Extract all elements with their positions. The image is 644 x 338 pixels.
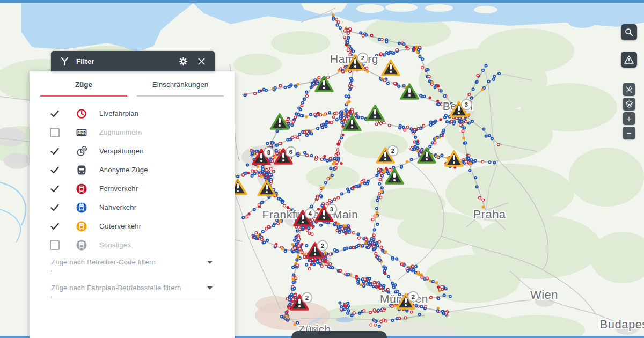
train-marker[interactable] — [308, 232, 311, 235]
train-marker[interactable] — [287, 305, 290, 308]
train-marker[interactable] — [286, 315, 288, 318]
train-marker[interactable] — [428, 96, 431, 99]
train-marker[interactable] — [366, 70, 369, 73]
train-marker[interactable] — [437, 307, 440, 310]
train-marker[interactable] — [340, 162, 342, 165]
train-marker[interactable] — [377, 168, 380, 171]
train-marker[interactable] — [283, 204, 286, 207]
close-icon[interactable] — [194, 54, 208, 68]
train-marker[interactable] — [332, 14, 334, 17]
train-marker[interactable] — [445, 312, 448, 314]
train-marker[interactable] — [481, 88, 484, 91]
train-marker[interactable] — [358, 237, 361, 239]
train-marker[interactable] — [294, 247, 296, 249]
train-marker[interactable] — [326, 203, 328, 205]
train-marker[interactable] — [269, 167, 272, 170]
train-marker[interactable] — [334, 221, 337, 224]
train-marker[interactable] — [343, 305, 346, 307]
search-button[interactable] — [621, 24, 637, 40]
train-marker[interactable] — [305, 115, 308, 118]
train-marker[interactable] — [369, 311, 372, 314]
train-marker[interactable] — [333, 198, 336, 201]
train-marker[interactable] — [329, 253, 332, 255]
train-marker[interactable] — [258, 174, 260, 177]
train-marker[interactable] — [293, 323, 296, 326]
train-marker[interactable] — [378, 193, 381, 195]
train-marker[interactable] — [386, 288, 389, 291]
train-marker[interactable] — [292, 121, 295, 123]
train-marker[interactable] — [344, 121, 347, 123]
zoom-out-button[interactable]: − — [623, 127, 635, 139]
train-marker[interactable] — [428, 75, 430, 78]
train-marker[interactable] — [265, 227, 268, 230]
train-marker[interactable] — [384, 250, 387, 253]
train-marker[interactable] — [398, 317, 401, 320]
train-marker[interactable] — [272, 170, 275, 173]
train-marker[interactable] — [335, 112, 338, 114]
train-marker[interactable] — [294, 116, 297, 119]
train-marker[interactable] — [407, 48, 409, 50]
train-marker[interactable] — [266, 175, 269, 178]
train-marker[interactable] — [370, 324, 372, 326]
train-marker[interactable] — [379, 122, 382, 125]
train-marker[interactable] — [258, 204, 260, 207]
train-marker[interactable] — [352, 246, 355, 249]
train-marker[interactable] — [391, 305, 393, 308]
train-marker[interactable] — [319, 114, 322, 116]
filter-item-versp-tungen[interactable]: +5Verspätungen — [30, 142, 235, 160]
train-marker[interactable] — [388, 124, 391, 127]
train-marker[interactable] — [320, 265, 323, 268]
train-marker[interactable] — [380, 320, 383, 323]
train-marker[interactable] — [295, 277, 297, 280]
train-marker[interactable] — [431, 81, 434, 84]
train-marker[interactable] — [347, 49, 349, 52]
train-marker[interactable] — [378, 240, 381, 243]
train-marker[interactable] — [417, 127, 420, 130]
train-marker[interactable] — [306, 95, 309, 98]
train-marker[interactable] — [416, 273, 419, 275]
train-marker[interactable] — [421, 66, 424, 69]
train-marker[interactable] — [497, 143, 500, 146]
train-marker[interactable] — [434, 142, 436, 144]
train-marker[interactable] — [246, 216, 248, 218]
train-marker[interactable] — [404, 317, 407, 319]
train-marker[interactable] — [462, 130, 464, 133]
train-marker[interactable] — [327, 178, 330, 180]
checkbox-checked[interactable] — [49, 146, 61, 157]
station-filter-select[interactable]: Züge nach Fahrplan-Betriebsstelle filter… — [51, 284, 215, 297]
checkbox-checked[interactable] — [49, 108, 61, 119]
train-marker[interactable] — [341, 134, 344, 136]
train-marker[interactable] — [248, 212, 251, 215]
train-marker[interactable] — [298, 248, 301, 251]
train-marker[interactable] — [462, 137, 465, 139]
filter-item-sonstiges[interactable]: Sonstiges — [30, 236, 235, 254]
train-marker[interactable] — [394, 82, 397, 85]
train-marker[interactable] — [323, 260, 325, 263]
train-marker[interactable] — [384, 271, 386, 274]
train-marker[interactable] — [359, 283, 362, 286]
train-marker[interactable] — [286, 310, 289, 313]
train-marker[interactable] — [375, 215, 378, 218]
train-marker[interactable] — [415, 46, 418, 48]
filter-item-livefahrplan[interactable]: Livefahrplan — [30, 104, 235, 123]
layers-button[interactable] — [623, 98, 635, 111]
train-marker[interactable] — [374, 324, 377, 326]
checkbox-unchecked[interactable] — [49, 240, 61, 250]
zoom-in-button[interactable]: + — [623, 112, 635, 125]
train-marker[interactable] — [325, 263, 327, 266]
train-marker[interactable] — [341, 70, 344, 73]
train-marker[interactable] — [327, 76, 330, 78]
train-marker[interactable] — [301, 104, 303, 107]
train-marker[interactable] — [375, 123, 378, 126]
train-marker[interactable] — [477, 74, 479, 77]
tab-einschraenkungen[interactable]: Einschränkungen — [137, 80, 224, 97]
train-marker[interactable] — [372, 234, 375, 237]
train-marker[interactable] — [380, 53, 383, 55]
checkbox-checked[interactable] — [49, 202, 61, 213]
train-marker[interactable] — [396, 49, 398, 52]
train-marker[interactable] — [365, 238, 368, 241]
train-marker[interactable] — [436, 155, 438, 158]
train-marker[interactable] — [334, 166, 337, 169]
train-marker[interactable] — [311, 233, 313, 236]
train-marker[interactable] — [271, 160, 274, 163]
